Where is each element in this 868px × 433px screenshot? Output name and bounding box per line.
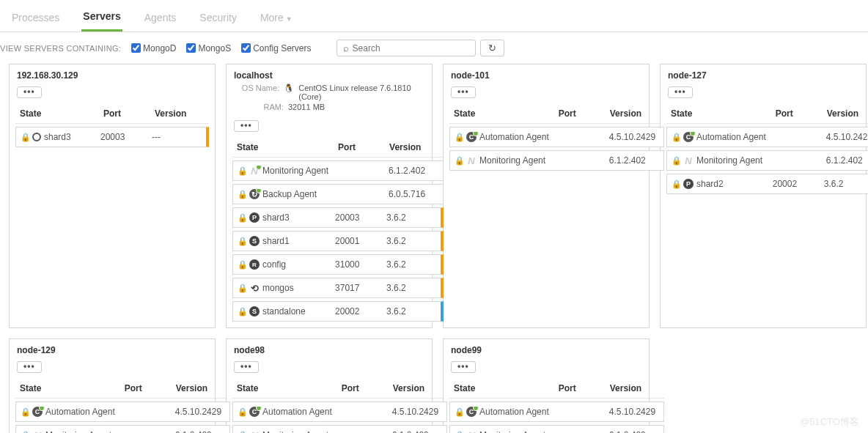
tab-security[interactable]: Security bbox=[198, 7, 238, 31]
table-row[interactable]: 🔒Automation Agent4.5.10.2429 bbox=[449, 124, 664, 148]
card-actions-button[interactable]: ••• bbox=[17, 86, 42, 98]
col-version: Version bbox=[606, 379, 664, 399]
lock-icon: 🔒 bbox=[238, 431, 246, 434]
card-actions-button[interactable]: ••• bbox=[451, 86, 476, 98]
checkbox-config-servers[interactable]: Config Servers bbox=[241, 43, 311, 53]
table-row[interactable]: 🔒Automation Agent4.5.10.2429 bbox=[666, 124, 868, 148]
row-version: 3.6.2 bbox=[820, 179, 868, 189]
checkbox-mongod[interactable]: MongoD bbox=[131, 43, 176, 53]
col-port: Port bbox=[337, 379, 389, 399]
col-version: Version bbox=[385, 138, 444, 158]
row-type-icon bbox=[683, 155, 694, 166]
row-type-icon bbox=[466, 132, 477, 142]
col-state: State bbox=[15, 104, 99, 124]
row-type-icon bbox=[249, 430, 260, 433]
card-title: node-127 bbox=[661, 64, 866, 84]
lock-icon: 🔒 bbox=[455, 156, 463, 166]
table-row[interactable]: 🔒Monitoring Agent6.1.2.402 bbox=[666, 147, 868, 171]
card-title: node99 bbox=[444, 339, 649, 358]
tab-servers[interactable]: Servers bbox=[81, 6, 122, 32]
card-meta: OS Name:🐧CentOS Linux release 7.6.1810 (… bbox=[227, 84, 432, 117]
server-table: StatePortVersion🔒Automation Agent4.5.10.… bbox=[449, 104, 664, 171]
table-row[interactable]: 🔒standalone200023.6.2 bbox=[232, 298, 444, 322]
row-type-icon bbox=[249, 166, 260, 176]
row-type-icon bbox=[249, 212, 260, 223]
row-port: 20002 bbox=[331, 306, 382, 317]
row-version: 6.0.5.716 bbox=[384, 189, 443, 199]
lock-icon: 🔒 bbox=[238, 237, 246, 246]
filter-label: VIEW SERVERS CONTAINING: bbox=[0, 44, 121, 53]
col-port: Port bbox=[99, 104, 150, 124]
table-row[interactable]: 🔒Automation Agent4.5.10.2429 bbox=[15, 399, 230, 423]
row-type-icon bbox=[32, 407, 43, 417]
table-row[interactable]: 🔒mongos370173.6.2 bbox=[232, 275, 444, 298]
col-port: Port bbox=[334, 138, 385, 158]
lock-icon: 🔒 bbox=[238, 260, 246, 270]
table-row[interactable]: 🔒shard1200013.6.2 bbox=[232, 228, 444, 251]
server-card: localhostOS Name:🐧CentOS Linux release 7… bbox=[226, 64, 433, 328]
lock-icon: 🔒 bbox=[672, 156, 680, 166]
card-actions-button[interactable]: ••• bbox=[17, 361, 42, 373]
table-row[interactable]: 🔒Monitoring Agent6.1.2.402 bbox=[15, 422, 230, 433]
row-version: 6.1.2.402 bbox=[605, 430, 663, 433]
filter-bar: VIEW SERVERS CONTAINING: MongoD MongoS C… bbox=[0, 32, 868, 64]
watermark: @51CTO博客 bbox=[800, 415, 859, 429]
refresh-button[interactable]: ↻ bbox=[480, 40, 504, 56]
table-row[interactable]: 🔒config310003.6.2 bbox=[232, 251, 444, 275]
card-title: localhost bbox=[227, 64, 432, 84]
row-version: 4.5.10.2429 bbox=[171, 407, 229, 417]
lock-icon: 🔒 bbox=[21, 431, 29, 434]
server-card: node-101•••StatePortVersion🔒Automation A… bbox=[443, 64, 650, 328]
card-actions-button[interactable]: ••• bbox=[451, 361, 476, 373]
col-version: Version bbox=[823, 104, 868, 124]
server-card: node98•••StatePortVersion🔒Automation Age… bbox=[226, 338, 433, 433]
tab-more[interactable]: More▼ bbox=[259, 7, 294, 31]
row-type-icon bbox=[32, 133, 41, 141]
table-row[interactable]: 🔒Monitoring Agent6.1.2.402 bbox=[232, 158, 444, 182]
row-name: Monitoring Agent bbox=[45, 430, 111, 433]
table-row[interactable]: 🔒Automation Agent4.5.10.2429 bbox=[449, 399, 664, 423]
col-state: State bbox=[449, 379, 554, 399]
col-state: State bbox=[449, 104, 554, 124]
row-type-icon bbox=[249, 236, 260, 246]
server-table: StatePortVersion🔒shard320003--- bbox=[15, 104, 209, 147]
row-version: 3.6.2 bbox=[382, 283, 441, 293]
search-input[interactable] bbox=[353, 43, 469, 53]
lock-icon: 🔒 bbox=[455, 431, 463, 434]
row-type-icon bbox=[249, 407, 260, 417]
row-name: mongos bbox=[262, 283, 294, 293]
tab-agents[interactable]: Agents bbox=[143, 7, 178, 31]
row-type-icon bbox=[683, 179, 694, 189]
table-row[interactable]: 🔒shard2200023.6.2 bbox=[666, 171, 868, 194]
col-port: Port bbox=[554, 104, 606, 124]
card-actions-button[interactable]: ••• bbox=[668, 86, 693, 98]
row-name: Monitoring Agent bbox=[696, 155, 762, 166]
row-name: Monitoring Agent bbox=[262, 430, 328, 433]
row-version: 3.6.2 bbox=[382, 259, 441, 270]
card-actions-button[interactable]: ••• bbox=[234, 361, 259, 373]
row-port: 20003 bbox=[96, 132, 147, 142]
table-row[interactable]: 🔒Monitoring Agent6.1.2.402 bbox=[232, 422, 447, 433]
row-name: Monitoring Agent bbox=[262, 166, 328, 176]
col-state: State bbox=[666, 104, 771, 124]
table-row[interactable]: 🔒Monitoring Agent6.1.2.402 bbox=[449, 422, 664, 433]
row-version: 4.5.10.2429 bbox=[388, 407, 446, 417]
checkbox-mongos[interactable]: MongoS bbox=[186, 43, 231, 53]
row-name: Automation Agent bbox=[262, 407, 332, 417]
tab-processes[interactable]: Processes bbox=[10, 7, 61, 31]
row-name: standalone bbox=[262, 306, 306, 317]
table-row[interactable]: 🔒shard320003--- bbox=[15, 124, 209, 148]
table-row[interactable]: 🔒shard3200033.6.2 bbox=[232, 204, 444, 228]
row-type-icon bbox=[32, 430, 43, 433]
col-state: State bbox=[232, 138, 334, 158]
table-row[interactable]: 🔒Monitoring Agent6.1.2.402 bbox=[449, 147, 664, 171]
search-input-wrap[interactable]: ⌕ bbox=[336, 40, 476, 56]
row-name: shard3 bbox=[262, 212, 290, 223]
row-type-icon bbox=[466, 407, 477, 417]
col-port: Port bbox=[771, 104, 823, 124]
card-actions-button[interactable]: ••• bbox=[234, 120, 259, 132]
table-row[interactable]: 🔒Automation Agent4.5.10.2429 bbox=[232, 399, 447, 423]
search-icon: ⌕ bbox=[343, 42, 349, 53]
row-type-icon bbox=[466, 430, 477, 433]
table-row[interactable]: 🔒Backup Agent6.0.5.716 bbox=[232, 181, 444, 204]
